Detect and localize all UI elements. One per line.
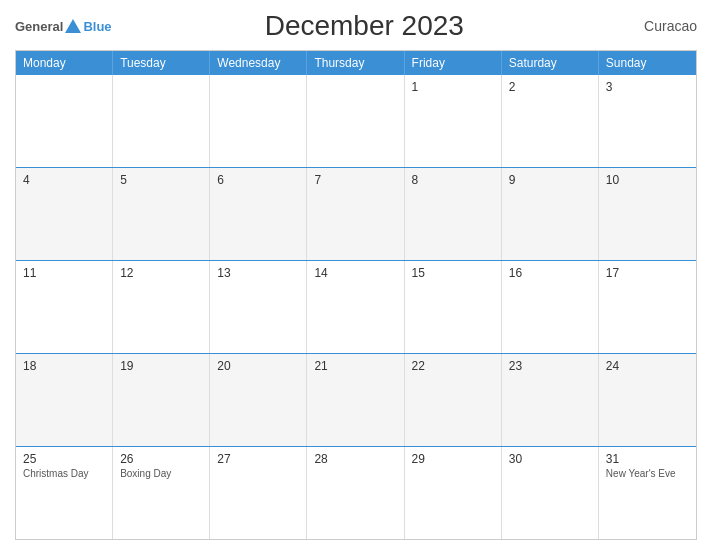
day-cell-25: 25 Christmas Day: [16, 447, 113, 539]
day-cell-15: 15: [405, 261, 502, 353]
day-cell-20: 20: [210, 354, 307, 446]
day-cell-19: 19: [113, 354, 210, 446]
day-cell: [210, 75, 307, 167]
week-3: 11 12 13 14 15 16 17: [16, 261, 696, 354]
day-cell-28: 28: [307, 447, 404, 539]
day-cell-4: 4: [16, 168, 113, 260]
day-cell-10: 10: [599, 168, 696, 260]
country-label: Curacao: [617, 18, 697, 34]
logo-triangle-icon: [65, 19, 81, 33]
week-4: 18 19 20 21 22 23 24: [16, 354, 696, 447]
logo-general-text: General: [15, 19, 63, 34]
day-cell-24: 24: [599, 354, 696, 446]
day-cell: [307, 75, 404, 167]
header-thursday: Thursday: [307, 51, 404, 75]
day-cell-7: 7: [307, 168, 404, 260]
day-cell-3: 3: [599, 75, 696, 167]
day-cell: [16, 75, 113, 167]
calendar-title: December 2023: [112, 10, 617, 42]
day-cell-27: 27: [210, 447, 307, 539]
week-5: 25 Christmas Day 26 Boxing Day 27 28 29 …: [16, 447, 696, 539]
day-cell-22: 22: [405, 354, 502, 446]
logo-blue-text: Blue: [83, 19, 111, 34]
day-cell-21: 21: [307, 354, 404, 446]
day-cell-8: 8: [405, 168, 502, 260]
day-cell-14: 14: [307, 261, 404, 353]
day-cell-12: 12: [113, 261, 210, 353]
calendar-grid: Monday Tuesday Wednesday Thursday Friday…: [15, 50, 697, 540]
calendar-page: General Blue December 2023 Curacao Monda…: [0, 0, 712, 550]
day-cell-18: 18: [16, 354, 113, 446]
day-cell-29: 29: [405, 447, 502, 539]
header-friday: Friday: [405, 51, 502, 75]
day-cell: [113, 75, 210, 167]
header: General Blue December 2023 Curacao: [15, 10, 697, 42]
day-cell-2: 2: [502, 75, 599, 167]
day-cell-23: 23: [502, 354, 599, 446]
header-wednesday: Wednesday: [210, 51, 307, 75]
day-cell-17: 17: [599, 261, 696, 353]
day-cell-30: 30: [502, 447, 599, 539]
week-2: 4 5 6 7 8 9 10: [16, 168, 696, 261]
logo: General Blue: [15, 19, 112, 34]
day-cell-26: 26 Boxing Day: [113, 447, 210, 539]
day-cell-13: 13: [210, 261, 307, 353]
header-tuesday: Tuesday: [113, 51, 210, 75]
header-saturday: Saturday: [502, 51, 599, 75]
days-header-row: Monday Tuesday Wednesday Thursday Friday…: [16, 51, 696, 75]
day-cell-6: 6: [210, 168, 307, 260]
day-cell-5: 5: [113, 168, 210, 260]
day-cell-31: 31 New Year's Eve: [599, 447, 696, 539]
header-sunday: Sunday: [599, 51, 696, 75]
day-cell-11: 11: [16, 261, 113, 353]
header-monday: Monday: [16, 51, 113, 75]
weeks-container: 1 2 3 4 5 6 7 8 9 10 11 12 13 14 15 16: [16, 75, 696, 539]
day-cell-1: 1: [405, 75, 502, 167]
day-cell-16: 16: [502, 261, 599, 353]
week-1: 1 2 3: [16, 75, 696, 168]
day-cell-9: 9: [502, 168, 599, 260]
